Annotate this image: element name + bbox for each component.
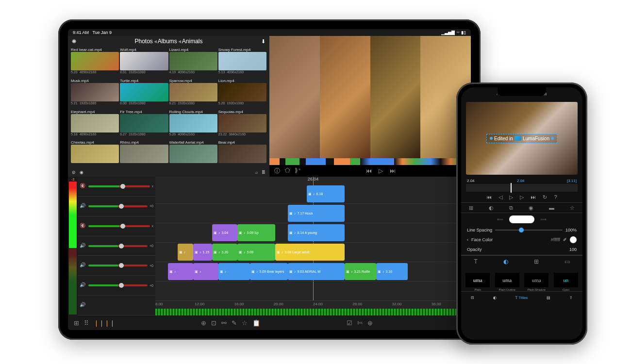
next-clip-icon[interactable]: ⏭ xyxy=(531,194,536,200)
crumb-albums[interactable]: Albums xyxy=(158,38,177,45)
track-header[interactable]: 🔇x xyxy=(78,216,155,236)
library-clip[interactable]: Rhino.mp4 xyxy=(120,140,168,167)
tab-font-icon[interactable]: T xyxy=(474,258,477,265)
library-clip[interactable]: Rolling Clouds.mp45.264096x2160 xyxy=(169,110,217,140)
clip-thumbnail[interactable] xyxy=(120,52,168,70)
track-header[interactable]: 🔊+0 xyxy=(78,276,155,296)
track-row[interactable] xyxy=(155,281,471,301)
cut-icon[interactable]: ✄ xyxy=(357,319,363,327)
sort-icon[interactable]: ≣ xyxy=(262,170,266,175)
keys-icon[interactable]: ◉ xyxy=(529,205,533,211)
speaker-icon[interactable]: 🔊 xyxy=(80,203,86,210)
track-volume-slider[interactable] xyxy=(88,265,148,266)
line-spacing-slider[interactable] xyxy=(495,230,563,231)
track-volume-slider[interactable] xyxy=(88,284,148,286)
track-volume-slider[interactable] xyxy=(88,245,148,247)
clip-thumbnail[interactable] xyxy=(218,145,266,163)
track-header[interactable]: 🔇x xyxy=(78,177,155,197)
step-fwd-icon[interactable]: ▷ xyxy=(520,194,524,200)
ruler-tick[interactable]: 8.00 xyxy=(155,302,195,309)
clip-thumbnail[interactable] xyxy=(218,52,266,70)
tab-grid-icon[interactable]: ⊞ xyxy=(534,258,539,265)
track-volume-slider[interactable] xyxy=(88,225,150,227)
track-row[interactable]: ▣♪▣♪▣♪▣♪5.09 Bear layers▣♪9.03 AERIAL M▣… xyxy=(155,262,471,281)
time-ruler[interactable]: 8.0012.0016.0020.0024.0028.0032.0036.00 xyxy=(155,302,471,309)
crop-icon[interactable]: ⧉ xyxy=(509,205,513,211)
nav-fx-icon[interactable]: ◐ xyxy=(493,296,497,300)
title-preset[interactable]: umaPlain-Shadow xyxy=(524,273,548,291)
ruler-tick[interactable]: 28.00 xyxy=(352,302,392,309)
timeline-tracks[interactable]: 26.04 ▣♪6.18▣♪7.17 Hous▣♪3.04▣♪5.09 Sp▣♪… xyxy=(155,177,471,315)
ruler-tick[interactable]: 24.00 xyxy=(313,302,352,309)
next-button[interactable]: ⏭ xyxy=(390,167,396,174)
timeline-clip[interactable]: ▣♪9.03 AERIAL M xyxy=(288,263,345,280)
library-clip[interactable]: Lion.mp45.201920x1080 xyxy=(218,79,266,109)
timeline-clip[interactable]: ▣♪7.17 Hous xyxy=(288,205,345,222)
back-icon[interactable]: ‹ xyxy=(497,93,498,96)
project-icon[interactable]: ⠿ xyxy=(84,319,89,327)
fill-icon[interactable]: ▬ xyxy=(549,205,554,211)
title-preset[interactable]: umaPlain xyxy=(465,273,490,291)
loop-icon[interactable]: ↻ xyxy=(543,194,547,200)
nav-titles[interactable]: T Titles xyxy=(515,296,528,300)
track-row[interactable]: ▣♪3.04▣♪5.09 Sp▣♪8.14 A young xyxy=(155,223,471,243)
speaker-icon[interactable]: 🔊 xyxy=(80,243,86,249)
link-icon[interactable]: ⚯ xyxy=(221,319,227,327)
track-row[interactable]: ▣♪▣♪1.15▣♪3.20▣♪5.09▣♪9.08 Large adult xyxy=(155,243,471,262)
track-row[interactable]: ▣♪7.17 Hous xyxy=(155,204,471,223)
help-icon[interactable]: ? xyxy=(554,194,557,200)
track-view-icon[interactable]: ❘❘❘❘ xyxy=(94,319,115,327)
title-preset[interactable]: umaPlain-Outline xyxy=(495,273,519,291)
nav-share-icon[interactable]: ⇪ xyxy=(569,296,573,300)
align-center-button[interactable] xyxy=(509,215,534,223)
record-icon[interactable]: ◉ xyxy=(80,170,83,175)
clip-thumbnail[interactable] xyxy=(169,52,217,70)
track-row[interactable]: ▣♪6.18 xyxy=(155,184,471,204)
library-clip[interactable]: Bear.mp4 xyxy=(218,140,266,167)
library-clip[interactable]: Turtle.mp46.001920x1080 xyxy=(120,79,168,109)
ruler-tick[interactable]: 20.00 xyxy=(274,302,313,309)
align-left-icon[interactable]: ⟸ xyxy=(497,217,503,222)
edit-icon[interactable]: ✎ xyxy=(232,319,237,327)
ruler-tick[interactable]: 12.00 xyxy=(195,302,234,309)
speaker-icon[interactable]: 🔊 xyxy=(80,282,86,289)
track-rows[interactable]: ▣♪6.18▣♪7.17 Hous▣♪3.04▣♪5.09 Sp▣♪8.14 A… xyxy=(155,184,471,301)
step-back-icon[interactable]: ◁ xyxy=(498,194,502,200)
play-icon[interactable]: ▷ xyxy=(509,194,513,200)
timeline-clip[interactable]: ▣♪ xyxy=(168,263,193,280)
import-icon[interactable]: ⬇︎ xyxy=(261,38,266,45)
crumb-photos[interactable]: Photos xyxy=(134,38,152,45)
prev-button[interactable]: ⏮ xyxy=(366,167,372,174)
clip-thumbnail[interactable] xyxy=(169,83,217,101)
eyedropper-icon[interactable]: ✐ xyxy=(563,237,567,242)
track-header[interactable]: 🔊+0 xyxy=(78,256,155,276)
timeline-clip[interactable]: ▣♪5.09 Sp xyxy=(237,224,275,241)
track-header[interactable]: 🔊+0 xyxy=(78,236,155,256)
clip-thumbnail[interactable] xyxy=(120,83,168,101)
library-clip[interactable]: Cheetas.mp4 xyxy=(71,140,119,167)
clipboard-icon[interactable]: 📋 xyxy=(252,319,260,327)
star-icon[interactable]: ☆ xyxy=(570,205,575,211)
audio-scrub-icon[interactable]: ⟫⁺ xyxy=(295,167,301,175)
clip-thumbnail[interactable] xyxy=(218,83,266,101)
timeline-clip[interactable]: ▣♪ xyxy=(218,263,250,280)
timeline-clip[interactable]: ▣♪ xyxy=(193,263,218,280)
select-toggle-icon[interactable]: ⊘ xyxy=(72,170,76,175)
clip-thumbnail[interactable] xyxy=(71,145,119,163)
clip-thumbnail[interactable] xyxy=(169,114,217,132)
crumb-animals[interactable]: Animals xyxy=(182,38,203,45)
insert-icon[interactable]: ⊕ xyxy=(201,319,206,327)
phone-scrubber[interactable] xyxy=(466,184,578,192)
search-icon[interactable]: ⌕ xyxy=(255,170,258,175)
timeline-clip[interactable]: ▣♪3.20 xyxy=(212,244,237,261)
timeline-clip[interactable]: ▣♪3.21 Rollin xyxy=(345,263,376,280)
add-icon[interactable]: ⊕ xyxy=(367,319,373,327)
timeline-clip[interactable]: ▣♪ xyxy=(178,244,194,261)
master-audio-track[interactable] xyxy=(155,309,471,315)
library-clip[interactable]: Elephant.mp45.184096x2160 xyxy=(71,110,119,140)
align-right-icon[interactable]: ⟹ xyxy=(540,217,547,222)
library-clip[interactable]: Waterfall Aerial.mp4 xyxy=(169,140,217,167)
info-icon[interactable]: ⓘ xyxy=(274,167,280,175)
clip-thumbnail[interactable] xyxy=(71,83,119,101)
timeline-clip[interactable]: ▣♪5.09 xyxy=(237,244,275,261)
